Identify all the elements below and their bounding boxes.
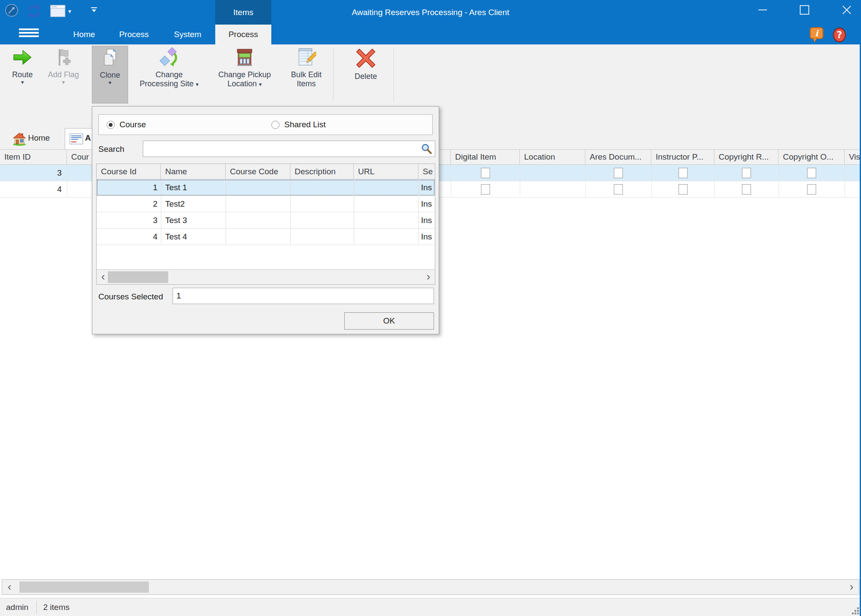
- change-processing-site-dropdown-caret: ▾: [196, 81, 199, 88]
- column-header-course-id[interactable]: Course Id: [97, 164, 161, 179]
- change-processing-site-label-line1: Change: [155, 70, 182, 79]
- contextual-tab-group-items: Items: [215, 0, 271, 25]
- shared-list-radio[interactable]: [271, 121, 280, 129]
- course-row-3[interactable]: 3 Test 3 Ins: [97, 212, 435, 229]
- course-name-cell: Test 4: [165, 229, 226, 245]
- column-header-instructor[interactable]: Instructor P...: [651, 150, 714, 164]
- new-item-icon[interactable]: [50, 5, 66, 18]
- course-id-cell: 2: [97, 196, 157, 212]
- course-tail-cell: Ins: [421, 196, 435, 212]
- shared-list-radio-label: Shared List: [284, 120, 326, 129]
- tab-system[interactable]: System: [166, 25, 209, 44]
- courses-selected-label: Courses Selected: [98, 292, 163, 302]
- status-user: admin: [6, 603, 28, 612]
- copyright-o-checkbox[interactable]: [807, 168, 816, 178]
- feedback-icon[interactable]: i: [809, 27, 824, 43]
- route-dropdown-caret: ▾: [3, 79, 41, 85]
- search-input[interactable]: [143, 141, 435, 157]
- ok-button[interactable]: OK: [344, 312, 434, 330]
- courses-selected-input[interactable]: [173, 288, 434, 304]
- change-processing-site-icon: [132, 47, 206, 69]
- copyright-r-checkbox[interactable]: [742, 168, 751, 178]
- new-item-dropdown-caret[interactable]: ▾: [68, 8, 71, 15]
- clone-icon: [92, 48, 128, 70]
- change-processing-site-button[interactable]: Change Processing Site ▾: [132, 46, 206, 103]
- quick-access-toolbar-toggle-icon[interactable]: [91, 7, 97, 13]
- column-header-description[interactable]: Description: [290, 164, 354, 179]
- change-pickup-location-label-line1: Change Pickup: [218, 70, 271, 79]
- delete-icon: [341, 47, 391, 71]
- home-house-icon: [13, 132, 26, 148]
- digital-item-checkbox[interactable]: [481, 184, 490, 195]
- scroll-right-arrow[interactable]: ›: [845, 580, 858, 594]
- search-icon[interactable]: [421, 143, 432, 156]
- course-name-cell: Test 3: [165, 212, 226, 229]
- column-header-digital-item[interactable]: Digital Item: [451, 150, 520, 164]
- tab-home[interactable]: Home: [65, 25, 104, 44]
- horizontal-scrollbar[interactable]: ‹ ›: [2, 579, 859, 595]
- column-header-visible[interactable]: Vis: [845, 150, 861, 164]
- bulk-edit-items-button[interactable]: Bulk Edit Items: [282, 46, 330, 103]
- column-header-location[interactable]: Location: [520, 150, 585, 164]
- minimize-button[interactable]: [750, 0, 775, 20]
- maximize-button[interactable]: [792, 0, 817, 20]
- scroll-left-arrow[interactable]: ‹: [3, 580, 16, 594]
- tab-process[interactable]: Process: [111, 25, 157, 44]
- copyright-r-checkbox[interactable]: [742, 184, 751, 195]
- column-header-copyright-r[interactable]: Copyright R...: [714, 150, 779, 164]
- course-row-1[interactable]: 1 Test 1 Ins: [97, 179, 435, 196]
- hamburger-menu-icon[interactable]: [19, 28, 39, 41]
- app-icon[interactable]: [4, 3, 19, 18]
- clone-dropdown-caret: ▾: [92, 80, 128, 86]
- scroll-right-arrow[interactable]: ›: [422, 270, 435, 284]
- doc-tab-home-label: Home: [28, 133, 50, 143]
- course-row-2[interactable]: 2 Test2 Ins: [97, 196, 435, 212]
- ares-document-checkbox[interactable]: [614, 184, 623, 195]
- course-tail-cell: Ins: [421, 229, 435, 245]
- course-grid-header: Course Id Name Course Code Description U…: [97, 164, 435, 179]
- column-header-url[interactable]: URL: [354, 164, 418, 179]
- course-id-cell: 1: [97, 179, 157, 196]
- instructor-checkbox[interactable]: [679, 184, 688, 195]
- course-grid-horizontal-scrollbar[interactable]: ‹ ›: [97, 269, 435, 285]
- delete-button[interactable]: Delete: [341, 46, 391, 103]
- awaiting-tab-icon: [69, 133, 83, 147]
- status-item-count: 2 items: [43, 603, 69, 612]
- add-flag-icon: [45, 47, 82, 69]
- column-header-ares-document[interactable]: Ares Docum...: [585, 150, 651, 164]
- bulk-edit-items-icon: [282, 47, 330, 69]
- tab-items-process-active[interactable]: Process: [215, 25, 271, 44]
- change-processing-site-label-line2: Processing Site: [140, 79, 194, 88]
- clone-button[interactable]: Clone ▾: [92, 46, 128, 104]
- column-header-serial[interactable]: Se: [418, 164, 435, 179]
- ribbon: Route ▾ Add Flag ▾: [0, 44, 861, 105]
- column-header-hidden[interactable]: [438, 150, 451, 164]
- refresh-icon[interactable]: [27, 4, 41, 18]
- close-button[interactable]: [834, 0, 859, 20]
- column-header-name[interactable]: Name: [161, 164, 226, 179]
- column-header-copyright-o[interactable]: Copyright O...: [779, 150, 845, 164]
- column-header-course[interactable]: Cour: [67, 150, 93, 164]
- column-header-course-code[interactable]: Course Code: [226, 164, 290, 179]
- change-pickup-location-label-line2: Location: [227, 79, 257, 88]
- route-button[interactable]: Route ▾: [3, 46, 41, 103]
- toolbar-toggle-glyph: [91, 7, 97, 13]
- doc-tab-home[interactable]: Home: [6, 129, 62, 149]
- digital-item-checkbox[interactable]: [481, 168, 490, 178]
- add-flag-button[interactable]: Add Flag ▾: [45, 46, 82, 103]
- column-header-item-id[interactable]: Item ID: [0, 150, 67, 164]
- copyright-o-checkbox[interactable]: [807, 184, 816, 195]
- change-pickup-location-button[interactable]: Change Pickup Location ▾: [211, 46, 279, 103]
- scrollbar-thumb[interactable]: [19, 581, 149, 593]
- resize-grip[interactable]: [852, 607, 859, 614]
- instructor-checkbox[interactable]: [679, 168, 688, 178]
- course-radio[interactable]: [107, 121, 115, 129]
- ribbon-separator: [333, 48, 333, 101]
- course-row-4[interactable]: 4 Test 4 Ins: [97, 229, 435, 245]
- svg-text:?: ?: [837, 29, 842, 40]
- ares-document-checkbox[interactable]: [614, 168, 623, 178]
- clone-label: Clone: [100, 71, 120, 79]
- help-icon[interactable]: ?: [833, 27, 846, 43]
- scrollbar-thumb[interactable]: [108, 271, 168, 283]
- ares-client-window: ▾ Awaiting Reserves Processing - Ares Cl…: [0, 0, 861, 616]
